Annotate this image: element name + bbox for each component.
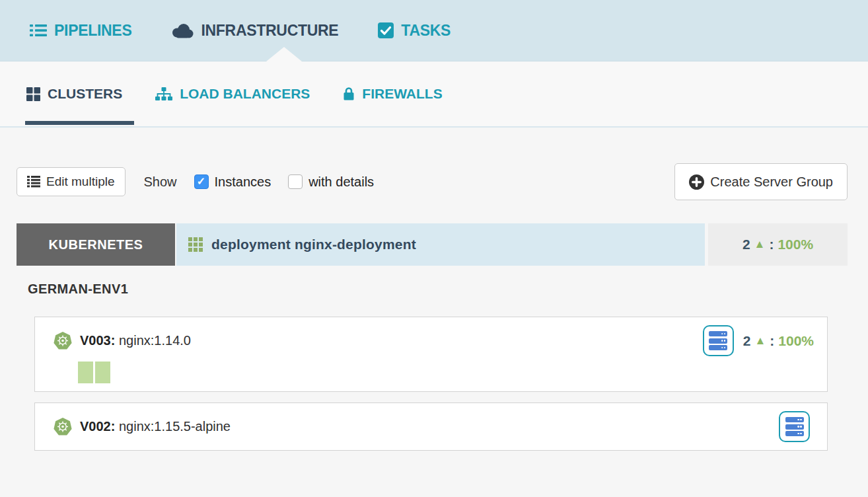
details-checkbox[interactable] [288, 174, 303, 189]
server-group-icon[interactable] [779, 411, 810, 442]
show-label: Show [144, 174, 177, 190]
kubernetes-icon [53, 331, 73, 351]
details-checkbox-group[interactable]: with details [288, 174, 374, 190]
edit-multiple-label: Edit multiple [46, 174, 115, 189]
health-percent: 100% [778, 237, 813, 252]
nav-tasks[interactable]: TASKS [378, 22, 451, 40]
instance-square[interactable] [95, 362, 110, 383]
instances-checkbox-group[interactable]: Instances [194, 174, 271, 190]
lock-icon [343, 87, 355, 101]
edit-multiple-button[interactable]: Edit multiple [17, 167, 126, 196]
health-up-arrow-icon: ▲ [754, 334, 766, 348]
cluster-title: deployment nginx-deployment [211, 237, 416, 252]
tab-load-balancers[interactable]: LOAD BALANCERS [155, 61, 310, 126]
list-icon [30, 24, 47, 37]
health-up-arrow-icon: ▲ [754, 238, 766, 251]
th-large-icon [26, 87, 40, 101]
details-checkbox-label: with details [308, 174, 374, 190]
server-group-title: V003: nginx:1.14.0 [80, 333, 191, 348]
check-square-icon [378, 22, 394, 38]
server-group-card-v003[interactable]: V003: nginx:1.14.0 2 ▲ : 100% [34, 317, 828, 392]
server-group-right: 2 ▲ : 100% [703, 325, 814, 356]
server-group-icon[interactable] [703, 325, 734, 356]
server-group-name: V002 [80, 419, 111, 434]
server-group-name-separator: : [111, 333, 116, 348]
active-tab-caret [266, 47, 302, 61]
cluster-health-badge: 2 ▲ : 100% [708, 223, 848, 266]
tab-load-balancers-label: LOAD BALANCERS [180, 86, 310, 102]
nav-infrastructure-label: INFRASTRUCTURE [201, 22, 338, 40]
plus-circle-icon [689, 174, 704, 190]
server-group-name-separator: : [111, 419, 116, 434]
server-group-image: nginx:1.14.0 [119, 333, 191, 348]
health-count: 2 [743, 333, 751, 349]
cluster-header: KUBERNETES deployment nginx-deployment 2… [17, 223, 848, 266]
nav-pipelines-label: PIPELINES [54, 22, 131, 40]
cluster-title-bar[interactable]: deployment nginx-deployment [176, 223, 705, 266]
clusters-page: Edit multiple Show Instances with detail… [0, 163, 868, 451]
infrastructure-subnav: CLUSTERS LOAD BALANCERS FIREWALLS [0, 61, 868, 128]
nav-infrastructure[interactable]: INFRASTRUCTURE [171, 22, 338, 40]
server-group-card-v002[interactable]: V002: nginx:1.15.5-alpine [34, 402, 828, 451]
health-percent: 100% [778, 333, 814, 349]
health-separator: : [769, 237, 774, 252]
tab-clusters-label: CLUSTERS [48, 86, 122, 102]
cloud-icon [171, 22, 194, 38]
server-group-right [779, 411, 810, 442]
create-server-group-button[interactable]: Create Server Group [674, 163, 848, 200]
region-title: GERMAN-ENV1 [28, 282, 848, 297]
server-group-name: V003 [80, 333, 111, 348]
health-separator: : [770, 333, 774, 349]
controls-row: Edit multiple Show Instances with detail… [17, 163, 848, 200]
server-group-image: nginx:1.15.5-alpine [119, 419, 231, 434]
th-grid-icon [188, 237, 203, 252]
instances-checkbox[interactable] [194, 174, 209, 189]
server-group-row: V003: nginx:1.14.0 2 ▲ : 100% [53, 325, 814, 356]
edit-list-icon [27, 176, 40, 188]
instances-checkbox-label: Instances [215, 174, 271, 190]
kubernetes-icon [53, 417, 73, 437]
tab-clusters[interactable]: CLUSTERS [26, 61, 122, 126]
health-count: 2 [742, 237, 750, 252]
instances-row [78, 362, 814, 383]
server-group-title: V002: nginx:1.15.5-alpine [80, 419, 231, 434]
server-group-row: V002: nginx:1.15.5-alpine [53, 411, 810, 442]
server-group-health: 2 ▲ : 100% [743, 333, 814, 349]
nav-tasks-label: TASKS [401, 22, 451, 40]
instance-square[interactable] [78, 362, 93, 383]
main-nav: PIPELINES INFRASTRUCTURE TASKS [0, 0, 868, 61]
tab-firewalls-label: FIREWALLS [362, 86, 442, 102]
nav-pipelines[interactable]: PIPELINES [30, 22, 131, 40]
provider-badge: KUBERNETES [17, 223, 175, 266]
sitemap-icon [155, 87, 172, 101]
tab-firewalls[interactable]: FIREWALLS [343, 61, 442, 126]
create-server-group-label: Create Server Group [710, 174, 833, 190]
